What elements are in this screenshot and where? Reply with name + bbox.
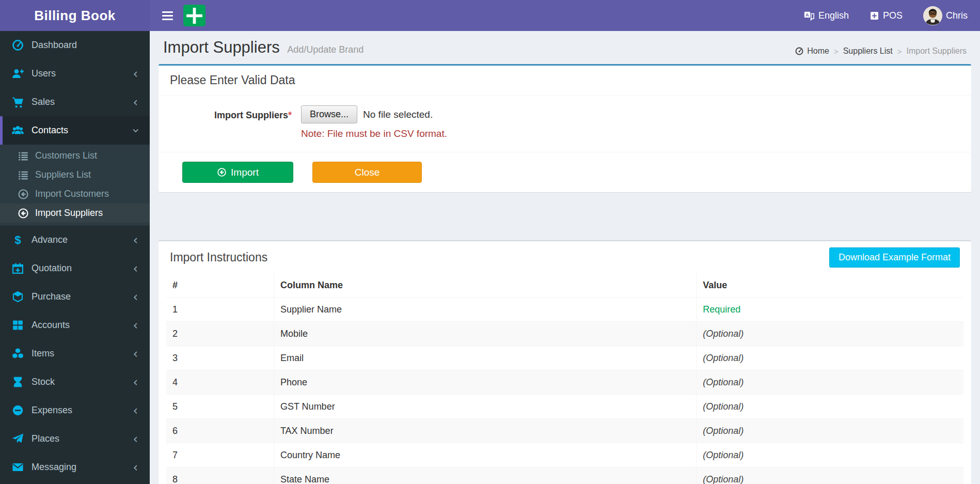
- cell-value: (Optional): [697, 395, 963, 419]
- cell-column-name: Mobile: [274, 322, 696, 346]
- breadcrumb-separator: >: [897, 47, 902, 56]
- cell-number: 6: [166, 419, 274, 443]
- cell-value: (Optional): [697, 322, 963, 346]
- main-content: Import Suppliers Add/Update Brand Home>S…: [150, 31, 980, 484]
- cell-column-name: TAX Number: [274, 419, 696, 443]
- download-example-format-button[interactable]: Download Example Format: [829, 247, 960, 268]
- cell-number: 8: [166, 467, 274, 484]
- sidebar-item-label: Advance: [31, 235, 133, 245]
- column-header-column-name: Column Name: [274, 273, 696, 298]
- chevron-left-icon: ‹: [133, 69, 138, 79]
- form-panel-header: Please Enter Valid Data: [159, 66, 971, 96]
- sidebar-subitem-import-suppliers[interactable]: Import Suppliers: [0, 204, 150, 223]
- cell-number: 7: [166, 443, 274, 467]
- envelope-icon: [11, 461, 24, 474]
- plus-icon: [183, 5, 206, 27]
- required-asterisk: *: [288, 110, 292, 120]
- chevron-left-icon: ‹: [133, 377, 138, 387]
- sidebar-subitem-customers-list[interactable]: Customers List: [0, 146, 150, 165]
- file-input-status: No file selected.: [363, 109, 433, 120]
- cell-value: (Optional): [697, 370, 963, 395]
- table-row: 2Mobile(Optional): [166, 322, 963, 346]
- table-header-row: #Column NameValue: [166, 273, 963, 298]
- calendar-plus-icon: [11, 262, 24, 275]
- chevron-left-icon: ‹: [133, 434, 138, 444]
- breadcrumb-import-suppliers: Import Suppliers: [907, 46, 967, 56]
- sidebar-menu: DashboardUsers‹Sales‹Contacts‹Customers …: [0, 31, 150, 481]
- hourglass-icon: [11, 376, 24, 388]
- close-button[interactable]: Close: [312, 162, 422, 183]
- cell-number: 3: [166, 346, 274, 370]
- sidebar-item-accounts[interactable]: Accounts‹: [0, 311, 150, 339]
- sidebar-item-stock[interactable]: Stock‹: [0, 368, 150, 396]
- chevron-left-icon: ‹: [133, 349, 138, 359]
- arrow-circle-left-icon: [217, 167, 227, 177]
- language-menu[interactable]: A English: [803, 10, 849, 21]
- breadcrumb-home[interactable]: Home: [795, 46, 829, 56]
- column-header-value: Value: [697, 273, 963, 298]
- sidebar-item-quotation[interactable]: Quotation‹: [0, 254, 150, 283]
- sidebar-item-places[interactable]: Places‹: [0, 425, 150, 453]
- breadcrumb: Home>Suppliers List>Import Suppliers: [795, 46, 967, 56]
- sidebar-item-messaging[interactable]: Messaging‹: [0, 453, 150, 481]
- sidebar-subitem-suppliers-list[interactable]: Suppliers List: [0, 165, 150, 184]
- user-plus-icon: [11, 67, 24, 80]
- pos-button[interactable]: POS: [870, 10, 903, 21]
- page-title: Import Suppliers: [163, 38, 280, 56]
- browse-button[interactable]: Browse...: [301, 105, 357, 123]
- sidebar-item-advance[interactable]: $Advance‹: [0, 226, 150, 254]
- sidebar-item-dashboard[interactable]: Dashboard: [0, 31, 150, 59]
- dashboard-icon: [795, 46, 804, 56]
- sidebar-subitem-label: Import Customers: [35, 189, 109, 199]
- chevron-left-icon: ‹: [133, 97, 138, 107]
- table-row: 6TAX Number(Optional): [166, 419, 963, 443]
- arrow-circle-left-icon: [18, 189, 29, 200]
- sidebar-item-label: Sales: [31, 97, 133, 107]
- breadcrumb-suppliers-list[interactable]: Suppliers List: [843, 46, 893, 56]
- chevron-left-icon: ‹: [133, 235, 138, 245]
- sidebar-item-label: Contacts: [31, 125, 133, 136]
- brand-logo[interactable]: Billing Book: [0, 0, 150, 31]
- table-row: 5GST Number(Optional): [166, 395, 963, 419]
- dashboard-icon: [11, 39, 24, 52]
- import-button[interactable]: Import: [182, 162, 293, 183]
- sidebar-item-expenses[interactable]: Expenses‹: [0, 396, 150, 425]
- sidebar-item-label: Places: [31, 433, 133, 444]
- cell-column-name: GST Number: [274, 395, 696, 419]
- hamburger-icon: [162, 11, 173, 13]
- table-row: 4Phone(Optional): [166, 370, 963, 395]
- import-form-panel: Please Enter Valid Data Import Suppliers…: [159, 64, 971, 192]
- quick-add-button[interactable]: [183, 5, 206, 26]
- navbar-left: [150, 0, 206, 31]
- column-header-: #: [166, 273, 274, 298]
- import-instructions-panel: Import Instructions Download Example For…: [159, 240, 971, 484]
- sidebar-item-purchase[interactable]: Purchase‹: [0, 283, 150, 311]
- plus-square-icon: [870, 11, 879, 21]
- table-row: 3Email(Optional): [166, 346, 963, 370]
- list-icon: [18, 169, 29, 181]
- sidebar-subitem-label: Customers List: [35, 150, 97, 161]
- pos-label: POS: [883, 10, 903, 21]
- sidebar-item-items[interactable]: Items‹: [0, 339, 150, 368]
- cell-column-name: Supplier Name: [274, 298, 696, 322]
- form-panel-body: Import Suppliers* Browse... No file sele…: [159, 96, 971, 152]
- cell-number: 5: [166, 395, 274, 419]
- cell-column-name: Email: [274, 346, 696, 370]
- sidebar-item-users[interactable]: Users‹: [0, 59, 150, 88]
- sidebar-toggle-button[interactable]: [156, 4, 179, 27]
- cell-value: (Optional): [697, 346, 963, 370]
- table-row: 1Supplier NameRequired: [166, 298, 963, 322]
- navbar-right: A English POS Chris: [803, 0, 980, 31]
- import-instructions-table: #Column NameValue 1Supplier NameRequired…: [166, 273, 963, 484]
- language-label: English: [818, 10, 849, 21]
- sidebar-item-contacts[interactable]: Contacts‹: [0, 116, 150, 145]
- page-subtitle: Add/Update Brand: [287, 44, 363, 55]
- language-icon: A: [803, 10, 815, 21]
- user-menu[interactable]: Chris: [923, 6, 968, 25]
- sidebar-subitem-import-customers[interactable]: Import Customers: [0, 184, 150, 204]
- minus-circle-icon: [11, 404, 24, 417]
- user-name: Chris: [946, 10, 968, 21]
- sidebar-submenu: Customers ListSuppliers ListImport Custo…: [0, 145, 150, 226]
- sidebar-item-sales[interactable]: Sales‹: [0, 88, 150, 116]
- file-input: Browse... No file selected.: [301, 105, 447, 123]
